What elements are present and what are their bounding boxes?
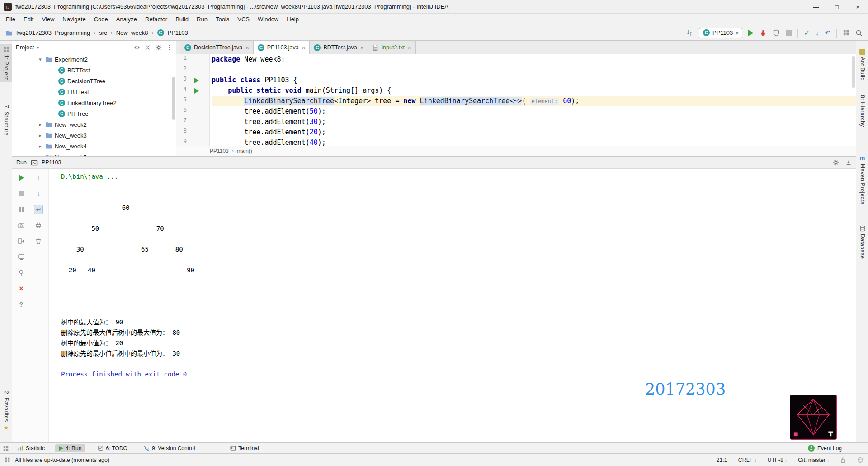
menu-item[interactable]: Run [193, 14, 212, 25]
down-stack-button[interactable]: ↓ [34, 189, 43, 198]
breadcrumb-item-src[interactable]: src [99, 29, 107, 36]
toolwindows-button[interactable] [843, 29, 849, 36]
tree-item-experiment2[interactable]: ▾ Experiment2 [12, 54, 176, 65]
toolwindow-button-ant-build[interactable]: Ant Build [856, 47, 868, 83]
toolwindow-button-hierarchy[interactable]: 8: Hierarchy [856, 93, 868, 129]
toolwindow-button-database[interactable]: Database [856, 223, 868, 261]
collapse-all-button[interactable] [145, 44, 151, 51]
toolwindow-button-project[interactable]: 1: Project [0, 44, 12, 82]
soft-wrap-button[interactable]: ↩ [34, 205, 43, 214]
close-tab-icon[interactable]: × [302, 44, 306, 51]
close-tab-icon[interactable]: × [360, 44, 364, 51]
tree-item-decisionttree[interactable]: C DecisionTTree [12, 76, 176, 86]
show-console-button[interactable] [17, 252, 26, 262]
tab-pp1103[interactable]: C PP1103.java × [253, 41, 310, 54]
menu-item[interactable]: Help [283, 14, 303, 25]
chevron-down-icon[interactable]: ▾ [38, 57, 43, 62]
toolwindow-switcher-icon[interactable] [3, 445, 9, 452]
locate-file-button[interactable] [134, 44, 140, 51]
menu-item[interactable]: Refactor [141, 14, 171, 25]
breadcrumb-item-project[interactable]: fwq20172303_Programming [16, 29, 90, 36]
tree-item-new-week3[interactable]: ▸ New_week3 [12, 130, 176, 141]
tab-bdttest[interactable]: C BDTTest.java × [309, 41, 368, 54]
tree-item-new-week4[interactable]: ▸ New_week4 [12, 141, 176, 152]
project-view-selector[interactable]: Project [16, 44, 34, 51]
toolwindow-button-run[interactable]: 4: Run [55, 444, 85, 452]
run-line-icon[interactable] [194, 88, 199, 94]
menu-item[interactable]: Navigate [58, 14, 90, 25]
code-editor[interactable]: package New_week8; public class PP1103 {… [210, 54, 856, 146]
pin-tab-button[interactable] [17, 268, 26, 277]
menu-item[interactable]: Analyze [112, 14, 141, 25]
rerun-button[interactable] [17, 173, 26, 182]
line-separator-select[interactable]: CRLF↕ [738, 457, 757, 463]
up-stack-button[interactable]: ↑ [34, 173, 43, 182]
revert-button[interactable]: ↶ [825, 29, 830, 36]
toolwindow-button-statistic[interactable]: Statistic [14, 444, 49, 452]
minimize-button[interactable]: — [806, 0, 826, 14]
caret-position[interactable]: 21:1 [716, 457, 727, 463]
menu-item[interactable]: Tools [212, 14, 233, 25]
menu-item[interactable]: View [38, 14, 58, 25]
close-tab-icon[interactable]: × [245, 44, 249, 51]
git-branch-select[interactable]: Git: master↕ [798, 457, 829, 463]
toolwindow-button-todo[interactable]: 6: TODO [94, 444, 132, 452]
tab-input2[interactable]: input2.txt × [368, 41, 415, 54]
menu-item[interactable]: Build [171, 14, 193, 25]
gear-icon[interactable] [156, 44, 162, 51]
statusbar-grip-icon[interactable] [5, 457, 10, 463]
close-tab-icon[interactable]: × [408, 44, 411, 51]
console-output[interactable]: D:\bin\java ... 60 50 70 30 65 80 20 40 … [49, 169, 856, 442]
tab-decisionttree[interactable]: C DecisionTTree.java × [180, 41, 254, 54]
coverage-button[interactable] [773, 29, 780, 37]
breadcrumb-method[interactable]: main() [237, 148, 252, 154]
breadcrumb-item-new-week8[interactable]: New_week8 [116, 29, 148, 36]
tree-item-new-week2[interactable]: ▸ New_week2 [12, 119, 176, 130]
toolwindow-button-version-control[interactable]: 9: Version Control [140, 444, 199, 452]
maximize-button[interactable]: □ [826, 0, 847, 14]
toolwindow-button-terminal[interactable]: Terminal [226, 444, 263, 452]
editor-viewport[interactable]: 123456789 package New_week8; public clas… [176, 54, 856, 146]
screenshot-button[interactable] [17, 221, 26, 230]
menu-item[interactable]: Window [254, 14, 283, 25]
tree-item-linkedbinarytree2[interactable]: C LinkedBinaryTree2 [12, 97, 176, 108]
run-config-select[interactable]: C PP1103 ▾ [699, 28, 742, 38]
menu-item[interactable]: VCS [233, 14, 254, 25]
print-button[interactable] [34, 221, 43, 230]
hide-panel-icon[interactable] [845, 159, 852, 166]
debug-button[interactable] [760, 29, 767, 37]
stop-button[interactable] [17, 189, 26, 198]
gear-icon[interactable] [833, 159, 839, 166]
toolwindow-button-structure[interactable]: 7: Structure [0, 103, 12, 138]
menu-item[interactable]: Code [90, 14, 112, 25]
chevron-right-icon[interactable]: ▸ [38, 133, 43, 138]
run-tab-label[interactable]: Run [16, 159, 27, 166]
event-log-button[interactable]: 2 Event Log [808, 445, 842, 452]
close-button[interactable]: × [847, 0, 868, 14]
encoding-select[interactable]: UTF-8↕ [767, 457, 787, 463]
more-icon[interactable]: ⋮ [166, 44, 172, 51]
clear-all-button[interactable] [34, 237, 43, 246]
breadcrumb-item-pp1103[interactable]: PP1103 [168, 29, 188, 36]
tree-item-bdttest[interactable]: C BDTTest [12, 65, 176, 76]
toolwindow-button-favorites[interactable]: 2: Favorites ★ [0, 389, 12, 433]
commit-button[interactable]: ✓ [804, 29, 810, 36]
tree-item-new-week5[interactable]: ▸ New_week5 [12, 152, 176, 156]
breadcrumb-class[interactable]: PP1103 [210, 148, 229, 154]
run-line-icon[interactable] [194, 78, 199, 83]
search-button[interactable] [855, 29, 863, 37]
project-scrollbar[interactable] [172, 77, 175, 120]
update-vcs-button[interactable]: ↓ [816, 29, 819, 36]
sync-project-button[interactable] [686, 29, 693, 37]
process-tab-label[interactable]: PP1103 [42, 159, 61, 166]
tree-item-pittree[interactable]: C PITTree [12, 108, 176, 119]
menu-item[interactable]: File [2, 14, 19, 25]
menu-item[interactable]: Edit [19, 14, 38, 25]
hector-icon[interactable] [857, 457, 863, 463]
run-button[interactable] [748, 30, 754, 36]
chevron-right-icon[interactable]: ▸ [38, 143, 43, 149]
tree-item-lbttest[interactable]: C LBTTest [12, 86, 176, 97]
pause-output-button[interactable] [17, 205, 26, 214]
lock-icon[interactable] [840, 457, 846, 463]
editor-scrollbar[interactable] [852, 56, 855, 88]
